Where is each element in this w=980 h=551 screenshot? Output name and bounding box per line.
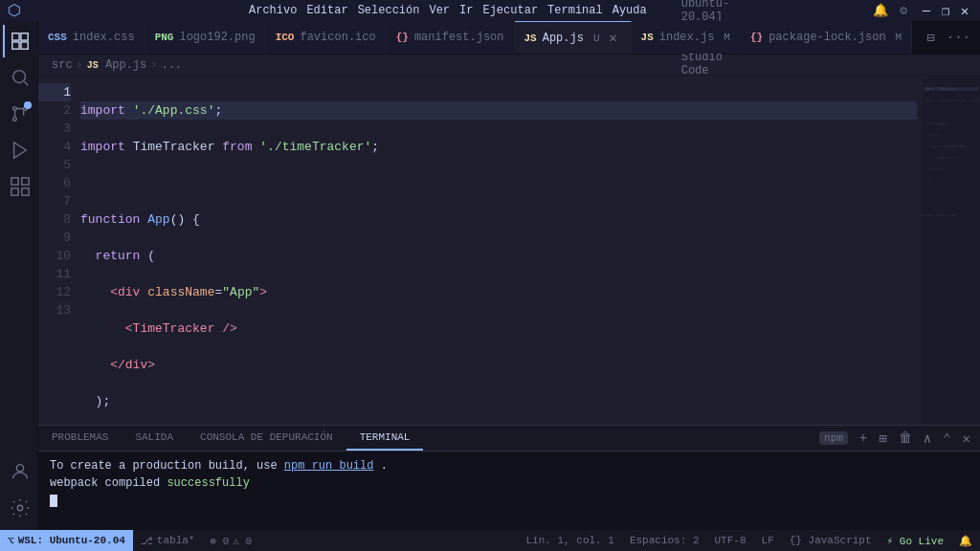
npm-badge: npm (815, 430, 852, 447)
position-status-item[interactable]: Lín. 1, col. 1 (518, 530, 621, 551)
code-content[interactable]: import './App.css'; import TimeTracker f… (80, 76, 923, 425)
js-file-icon-app: JS (524, 33, 537, 44)
terminal-success-text: successfully (167, 476, 249, 490)
breadcrumb-sep-1: › (77, 58, 83, 72)
css-file-icon: CSS (48, 32, 67, 43)
png-file-icon: PNG (155, 32, 174, 43)
panel-close-button[interactable]: ✕ (959, 429, 974, 449)
line-num-10: 10 (38, 247, 71, 265)
tab-manifest-json[interactable]: {} manifest.json (387, 21, 515, 54)
breadcrumb-more[interactable]: ... (161, 58, 182, 72)
line-num-1: 1 (38, 83, 71, 101)
close-button[interactable]: ✕ (957, 0, 972, 21)
breadcrumb-src[interactable]: src (52, 58, 73, 72)
tab-favicon-ico[interactable]: ICO favicon.ico (266, 21, 387, 54)
spaces-status-item[interactable]: Espacios: 2 (622, 530, 707, 551)
terminal-panel: PROBLEMAS SALIDA CONSOLA DE DEPURACIÓN T… (38, 425, 980, 530)
svg-rect-3 (20, 42, 27, 49)
svg-rect-1 (20, 33, 27, 40)
settings-icon[interactable]: ⚙ (900, 3, 907, 18)
tab-label-manifest-json: manifest.json (414, 31, 504, 44)
tab-layout-icon[interactable]: ⊟ (923, 28, 938, 48)
menu-editar[interactable]: Editar (302, 2, 351, 19)
branch-status-item[interactable]: ⎇ tabla* (133, 530, 203, 551)
vscode-logo: ⬡ (8, 1, 21, 20)
run-debug-icon[interactable] (3, 134, 35, 166)
terminal-split-button[interactable]: ⊞ (875, 429, 890, 449)
tab-app-js[interactable]: JS App.js U ✕ (515, 21, 632, 54)
terminal-content[interactable]: To create a production build, use npm ru… (38, 452, 980, 530)
panel-tab-debug-console[interactable]: CONSOLA DE DEPURACIÓN (187, 426, 346, 451)
terminal-trash-button[interactable]: 🗑 (895, 429, 916, 448)
breadcrumb-appjs[interactable]: JS App.js (87, 58, 146, 72)
spaces-label: Espacios: 2 (630, 535, 700, 546)
panel-tabs: PROBLEMAS SALIDA CONSOLA DE DEPURACIÓN T… (38, 426, 980, 452)
title-bar: ⬡ Archivo Editar Selección Ver Ir Ejecut… (0, 0, 980, 21)
position-label: Lín. 1, col. 1 (525, 535, 613, 546)
terminal-line-2: webpack compiled successfully (50, 474, 969, 492)
branch-label: tabla* (157, 535, 195, 546)
panel-tab-terminal[interactable]: TERMINAL (346, 426, 424, 451)
tab-index-js[interactable]: JS index.js M (632, 21, 741, 54)
line-ending-status-item[interactable]: LF (754, 530, 782, 551)
breadcrumb-sep-2: › (150, 58, 157, 72)
line-num-3: 3 (38, 120, 71, 138)
code-line-9: ); (80, 392, 917, 410)
menu-terminal[interactable]: Terminal (544, 2, 607, 19)
tab-overflow-icon[interactable]: ··· (943, 28, 974, 47)
menu-ir[interactable]: Ir (456, 2, 477, 19)
menu-seleccion[interactable]: Selección (354, 2, 424, 19)
menu-archivo[interactable]: Archivo (245, 2, 301, 19)
terminal-npm-run-build-link[interactable]: npm run build (284, 459, 374, 473)
svg-rect-2 (11, 42, 18, 49)
go-live-status-item[interactable]: ⚡ Go Live (880, 530, 951, 551)
wsl-status-item[interactable]: ⌥ WSL: Ubuntu-20.04 (0, 530, 133, 551)
explorer-icon[interactable] (3, 25, 35, 57)
code-editor[interactable]: 1 2 3 4 5 6 7 8 9 10 11 12 13 import './… (38, 76, 923, 425)
branch-icon: ⎇ (141, 535, 153, 547)
extensions-icon[interactable] (3, 170, 35, 203)
menu-ayuda[interactable]: Ayuda (609, 2, 651, 19)
panel-tab-output-label: SALIDA (135, 431, 173, 443)
minimap: import './App.css'; import TimeTracker f… (923, 76, 980, 425)
panel-tab-problems[interactable]: PROBLEMAS (38, 426, 122, 451)
errors-warnings-status-item[interactable]: ⊗ 0 ⚠ 0 (202, 530, 259, 551)
panel-tab-output[interactable]: SALIDA (122, 426, 187, 451)
tab-index-css[interactable]: CSS index.css (38, 21, 145, 54)
js-file-icon-index: JS (641, 32, 654, 43)
line-num-6: 6 (38, 174, 71, 192)
terminal-line-3 (50, 492, 969, 509)
panel-collapse-button[interactable]: ∧ (920, 429, 935, 449)
terminal-add-button[interactable]: + (856, 429, 871, 448)
svg-line-5 (24, 81, 28, 85)
language-label: {} JavaScript (790, 535, 872, 546)
account-icon[interactable] (3, 455, 35, 488)
language-status-item[interactable]: {} JavaScript (782, 530, 880, 551)
npm-label: npm (819, 431, 848, 445)
notifications-icon[interactable]: 🔔 (873, 3, 888, 18)
code-line-7: <TimeTracker /> (80, 320, 917, 338)
terminal-cursor (50, 495, 57, 507)
minimize-button[interactable]: — (919, 0, 934, 21)
notifications-status-item[interactable]: 🔔 (951, 530, 980, 551)
code-line-8: </div> (80, 356, 917, 374)
source-control-icon[interactable] (3, 98, 35, 130)
svg-point-6 (12, 107, 16, 111)
menu-ver[interactable]: Ver (425, 2, 454, 19)
svg-rect-0 (11, 33, 18, 40)
code-line-3 (80, 174, 917, 192)
panel-maximize-button[interactable]: ⌃ (939, 429, 954, 449)
maximize-button[interactable]: ❐ (938, 0, 953, 21)
tab-close-app-js[interactable]: ✕ (606, 31, 621, 46)
encoding-status-item[interactable]: UTF-8 (707, 530, 754, 551)
manage-icon[interactable] (3, 492, 35, 524)
menu-ejecutar[interactable]: Ejecutar (479, 2, 542, 19)
svg-point-4 (12, 71, 25, 83)
tab-logo192-png[interactable]: PNG logo192.png (145, 21, 266, 54)
line-num-9: 9 (38, 229, 71, 247)
search-icon[interactable] (3, 61, 35, 94)
line-num-12: 12 (38, 283, 71, 301)
tab-package-lock-json[interactable]: {} package-lock.json M (741, 21, 912, 54)
encoding-label: UTF-8 (715, 535, 746, 546)
activity-bar (0, 21, 38, 530)
